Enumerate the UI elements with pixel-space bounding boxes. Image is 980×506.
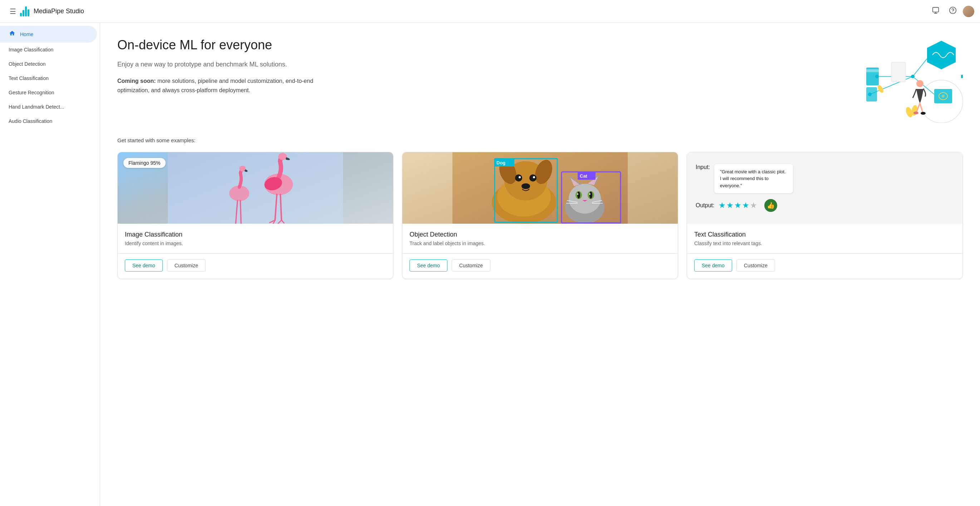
card-image-classification-area: Flamingo 95% xyxy=(118,152,393,224)
card-object-detection: Dog Cat Object Detection Track and label… xyxy=(402,152,678,279)
sidebar: Home Image Classification Object Detecti… xyxy=(0,23,100,506)
svg-line-9 xyxy=(913,76,934,94)
text-input-row: Input: "Great movie with a classic plot.… xyxy=(696,164,954,194)
image-classification-see-demo-button[interactable]: See demo xyxy=(125,259,163,271)
sidebar-item-image-classification[interactable]: Image Classification xyxy=(0,43,97,57)
svg-point-63 xyxy=(589,192,592,199)
card-object-detection-desc: Track and label objects in images. xyxy=(409,241,671,246)
sidebar-image-classification-label: Image Classification xyxy=(9,47,53,52)
card-object-detection-title: Object Detection xyxy=(409,231,671,238)
sidebar-item-home[interactable]: Home xyxy=(0,26,97,43)
card-text-classification-actions: See demo Customize xyxy=(687,253,963,279)
help-icon xyxy=(949,6,957,16)
app-header: ☰ MediaPipe Studio xyxy=(0,0,980,23)
feedback-button[interactable] xyxy=(929,4,943,19)
svg-point-49 xyxy=(515,174,522,182)
flamingo-label: Flamingo 95% xyxy=(123,158,165,168)
star-5: ★ xyxy=(750,201,757,210)
svg-point-28 xyxy=(942,95,945,98)
text-classification-customize-button[interactable]: Customize xyxy=(737,259,775,271)
coming-soon-prefix: Coming soon: xyxy=(117,78,156,84)
svg-rect-29 xyxy=(168,152,343,224)
svg-point-52 xyxy=(533,176,535,178)
svg-point-53 xyxy=(522,183,530,189)
sidebar-home-label: Home xyxy=(20,32,33,37)
sidebar-item-gesture-recognition[interactable]: Gesture Recognition xyxy=(0,86,97,100)
card-object-detection-actions: See demo Customize xyxy=(402,253,678,279)
main-content: On-device ML for everyone Enjoy a new wa… xyxy=(100,23,980,506)
svg-point-31 xyxy=(278,153,287,160)
image-classification-customize-button[interactable]: Customize xyxy=(167,259,206,271)
illustration-svg xyxy=(848,37,963,123)
svg-rect-16 xyxy=(866,69,879,72)
card-text-classification-desc: Classify text into relevant tags. xyxy=(694,241,955,246)
svg-point-25 xyxy=(921,112,926,115)
svg-rect-18 xyxy=(866,87,877,102)
app-logo: MediaPipe Studio xyxy=(20,6,84,16)
svg-point-51 xyxy=(519,176,521,178)
logo-bar-3 xyxy=(25,6,27,16)
card-text-classification-body: Text Classification Classify text into r… xyxy=(687,224,963,246)
text-output-label: Output: xyxy=(696,202,714,209)
cards-row: Flamingo 95% xyxy=(117,152,963,279)
logo-bars-icon xyxy=(20,6,29,16)
card-text-classification-title: Text Classification xyxy=(694,231,955,238)
hero-title: On-device ML for everyone xyxy=(117,37,332,52)
user-avatar[interactable] xyxy=(963,6,974,17)
svg-rect-19 xyxy=(891,62,905,82)
sidebar-gesture-recognition-label: Gesture Recognition xyxy=(9,90,54,95)
svg-rect-0 xyxy=(933,8,939,12)
sidebar-object-detection-label: Object Detection xyxy=(9,61,46,67)
svg-point-64 xyxy=(577,194,578,195)
card-image-classification-title: Image Classification xyxy=(125,231,386,238)
help-button[interactable] xyxy=(946,4,960,19)
svg-point-62 xyxy=(577,192,580,199)
object-detection-see-demo-button[interactable]: See demo xyxy=(409,259,447,271)
home-icon xyxy=(9,30,16,38)
sidebar-item-text-classification[interactable]: Text Classification xyxy=(0,71,97,86)
card-object-detection-body: Object Detection Track and label objects… xyxy=(402,224,678,246)
star-2: ★ xyxy=(726,201,733,210)
svg-point-55 xyxy=(569,184,601,214)
svg-point-23 xyxy=(916,80,923,87)
text-input-bubble: "Great movie with a classic plot. I will… xyxy=(714,164,793,194)
section-label: Get started with some examples: xyxy=(117,137,963,143)
svg-line-8 xyxy=(913,59,927,76)
app-title: MediaPipe Studio xyxy=(33,8,84,15)
svg-text:Cat: Cat xyxy=(580,173,588,179)
card-object-detection-area: Dog Cat xyxy=(402,152,678,224)
logo-bar-1 xyxy=(20,13,22,16)
hero-subtitle: Enjoy a new way to prototype and benchma… xyxy=(117,60,332,69)
card-image-classification-actions: See demo Customize xyxy=(118,253,393,279)
sidebar-item-hand-landmark[interactable]: Hand Landmark Detect... xyxy=(0,100,97,114)
svg-line-42 xyxy=(240,200,241,224)
header-actions xyxy=(929,4,974,19)
hero-section: On-device ML for everyone Enjoy a new wa… xyxy=(117,37,963,123)
logo-bar-4 xyxy=(27,9,29,16)
star-rating: ★ ★ ★ ★ ★ xyxy=(719,201,757,210)
svg-point-50 xyxy=(529,174,536,182)
avatar-image xyxy=(963,6,974,17)
menu-button[interactable]: ☰ xyxy=(6,4,20,19)
sidebar-text-classification-label: Text Classification xyxy=(9,75,49,81)
menu-icon: ☰ xyxy=(10,7,16,16)
svg-point-65 xyxy=(589,194,590,195)
logo-bar-2 xyxy=(22,10,24,16)
card-image-classification-body: Image Classification Identify content in… xyxy=(118,224,393,246)
feedback-icon xyxy=(932,6,940,16)
card-text-classification-area: Input: "Great movie with a classic plot.… xyxy=(687,152,963,224)
object-detection-customize-button[interactable]: Customize xyxy=(452,259,490,271)
svg-text:Dog: Dog xyxy=(496,160,505,165)
hero-coming-soon: Coming soon: more solutions, pipeline an… xyxy=(117,76,332,95)
sidebar-item-object-detection[interactable]: Object Detection xyxy=(0,57,97,71)
text-classification-see-demo-button[interactable]: See demo xyxy=(694,259,732,271)
svg-marker-6 xyxy=(927,41,956,69)
text-output-row: Output: ★ ★ ★ ★ ★ 👍 xyxy=(696,199,954,212)
star-4: ★ xyxy=(742,201,749,210)
text-input-label: Input: xyxy=(696,164,710,170)
svg-point-24 xyxy=(913,111,918,114)
star-3: ★ xyxy=(734,201,741,210)
detection-illustration: Dog Cat xyxy=(402,152,678,224)
sidebar-item-audio-classification[interactable]: Audio Classification xyxy=(0,114,97,128)
svg-point-12 xyxy=(911,75,915,78)
